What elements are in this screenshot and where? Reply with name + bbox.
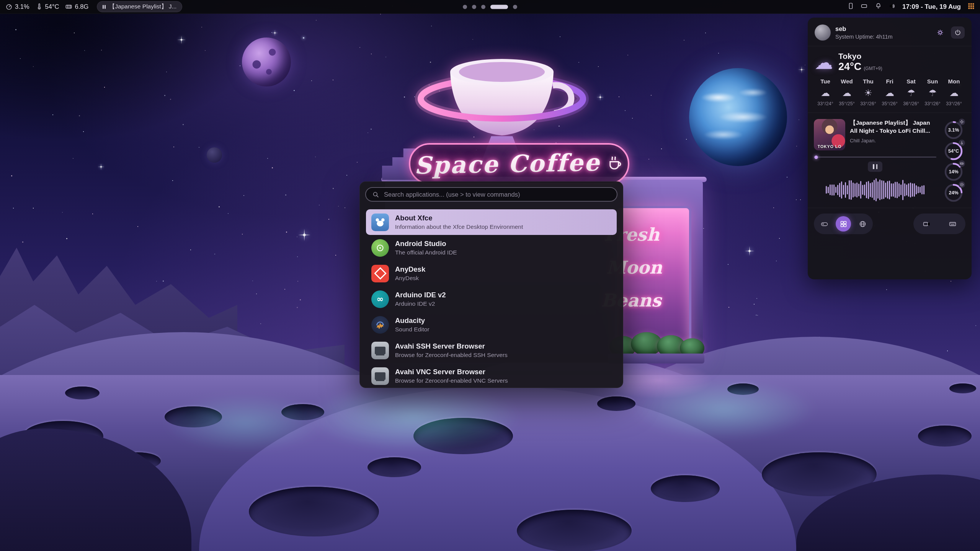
server-browser-icon bbox=[371, 342, 389, 359]
sun-icon: ☀ bbox=[858, 87, 879, 99]
app-row-avahi-ssh[interactable]: Avahi SSH Server BrowserBrowse for Zeroc… bbox=[366, 337, 617, 363]
weather-section: ☁ Tokyo 24°C(GMT+9) Tue☁33°/24° Wed☁35°/… bbox=[808, 46, 972, 113]
cpu-gauge-icon bbox=[5, 3, 13, 10]
keyboard-button[interactable] bbox=[945, 216, 960, 231]
app-row-anydesk[interactable]: AnyDeskAnyDesk bbox=[366, 261, 617, 286]
app-row-audacity[interactable]: AudacitySound Editor bbox=[366, 312, 617, 337]
keyboard-icon bbox=[949, 220, 957, 228]
workspace-indicator bbox=[463, 5, 517, 9]
settings-button[interactable] bbox=[933, 26, 947, 39]
crater bbox=[918, 425, 972, 447]
clock[interactable]: 17:09 - Tue, 19 Aug bbox=[902, 3, 961, 11]
crater bbox=[949, 383, 976, 393]
topbar-now-playing[interactable]: 【Japanese Playlist】 J... bbox=[97, 1, 182, 12]
profile-section: seb System Uptime: 4h11m bbox=[808, 18, 972, 46]
pause-button[interactable] bbox=[868, 161, 882, 172]
app-row-avahi-vnc[interactable]: Avahi VNC Server BrowserBrowse for Zeroc… bbox=[366, 363, 617, 389]
app-name: Avahi SSH Server Browser bbox=[395, 342, 508, 350]
app-name: Audacity bbox=[395, 316, 430, 325]
memory-text: 6.8G bbox=[75, 3, 88, 10]
forecast-day: Sun☂33°/26° bbox=[922, 78, 943, 106]
forecast-day: Wed☁35°/25° bbox=[836, 78, 858, 106]
progress-bar[interactable] bbox=[814, 156, 936, 158]
video-camera-icon bbox=[923, 220, 931, 228]
workspace-dot[interactable] bbox=[472, 5, 476, 9]
temperature-gauge: 54°C bbox=[943, 141, 964, 161]
progress-thumb[interactable] bbox=[815, 155, 818, 159]
app-grid-button[interactable] bbox=[967, 2, 975, 11]
teal-glow bbox=[306, 383, 521, 452]
rain-icon: ☂ bbox=[900, 87, 922, 99]
cloud-icon: ☁ bbox=[836, 87, 858, 99]
forecast-day: Tue☁33°/24° bbox=[815, 78, 836, 106]
avatar[interactable] bbox=[815, 24, 831, 41]
battery-icon bbox=[861, 2, 868, 10]
app-desc: Arduino IDE v2 bbox=[395, 300, 446, 307]
apps-button[interactable] bbox=[836, 216, 851, 231]
quick-actions bbox=[808, 208, 972, 240]
app-launcher: About XfceInformation about the Xfce Des… bbox=[359, 181, 623, 388]
disk-gauge: 24% bbox=[943, 183, 964, 203]
weather-temperature: 24°C bbox=[838, 61, 861, 72]
battery-button[interactable] bbox=[861, 2, 868, 11]
coffee-cup-icon bbox=[607, 154, 624, 173]
cpu-indicator[interactable]: 3.1% bbox=[5, 3, 29, 10]
app-desc: Information about the Xfce Desktop Envir… bbox=[395, 223, 523, 230]
uptime-text: System Uptime: 4h11m bbox=[835, 34, 893, 40]
workspace-dot[interactable] bbox=[513, 5, 517, 9]
quick-actions-right bbox=[913, 214, 965, 234]
workspace-dot[interactable] bbox=[463, 5, 467, 9]
anydesk-icon bbox=[371, 265, 389, 282]
app-row-about-xfce[interactable]: About XfceInformation about the Xfce Des… bbox=[366, 209, 617, 235]
weather-timezone: (GMT+9) bbox=[864, 66, 882, 71]
workspace-active[interactable] bbox=[490, 5, 508, 9]
album-label: TOKYO LO bbox=[814, 144, 845, 149]
app-desc: AnyDesk bbox=[395, 275, 425, 282]
forecast-day: Fri☁35°/26° bbox=[879, 78, 900, 106]
bell-icon bbox=[875, 2, 882, 10]
app-desc: Sound Editor bbox=[395, 326, 430, 333]
app-name: Avahi VNC Server Browser bbox=[395, 368, 508, 376]
app-row-android-studio[interactable]: Android StudioThe official Android IDE bbox=[366, 235, 617, 261]
cloud-icon: ☁ bbox=[879, 87, 900, 99]
workspace-dot[interactable] bbox=[481, 5, 485, 9]
screen-record-button[interactable] bbox=[919, 216, 934, 231]
gear-icon bbox=[936, 29, 944, 36]
weather-city: Tokyo bbox=[838, 52, 882, 61]
thermometer-icon bbox=[959, 140, 965, 146]
volume-button[interactable] bbox=[889, 2, 896, 11]
crater bbox=[517, 510, 632, 551]
apps-grid-icon bbox=[967, 2, 975, 10]
cloud-icon: ☁ bbox=[815, 87, 836, 99]
album-art[interactable]: TOKYO LO bbox=[814, 119, 845, 150]
volume-icon bbox=[889, 2, 896, 10]
audacity-icon bbox=[371, 316, 389, 334]
search-icon bbox=[372, 191, 379, 198]
network-button[interactable] bbox=[855, 216, 870, 231]
track-subtitle: Chill Japan. bbox=[850, 138, 936, 143]
forecast-row: Tue☁33°/24° Wed☁35°/25° Thu☀33°/26° Fri☁… bbox=[815, 78, 965, 106]
weather-main-icon: ☁ bbox=[815, 53, 833, 72]
globe-icon bbox=[859, 220, 867, 228]
temperature-indicator[interactable]: 54°C bbox=[36, 3, 59, 10]
gamepad-button[interactable] bbox=[817, 216, 832, 231]
crater bbox=[249, 487, 379, 536]
cloud-icon: ☁ bbox=[943, 87, 965, 99]
memory-icon bbox=[959, 160, 965, 167]
search-bar[interactable] bbox=[365, 187, 617, 202]
app-row-arduino[interactable]: ∞ Arduino IDE v2Arduino IDE v2 bbox=[366, 286, 617, 312]
cpu-icon bbox=[959, 119, 965, 125]
memory-icon bbox=[65, 3, 72, 10]
power-button[interactable] bbox=[951, 26, 965, 39]
forecast-day: Sat☂36°/26° bbox=[900, 78, 922, 106]
crater bbox=[368, 457, 421, 477]
app-desc: The official Android IDE bbox=[395, 249, 457, 256]
device-button[interactable] bbox=[847, 2, 854, 11]
disk-icon bbox=[959, 181, 965, 188]
track-title: 【Japanese Playlist】 Japan All Night - To… bbox=[850, 119, 936, 135]
notifications-button[interactable] bbox=[875, 2, 882, 11]
memory-indicator[interactable]: 6.8G bbox=[65, 3, 88, 10]
top-bar: 3.1% 54°C 6.8G 【Japanese Playlist】 J... … bbox=[0, 0, 980, 14]
android-studio-icon bbox=[371, 239, 389, 257]
search-input[interactable] bbox=[384, 191, 611, 198]
